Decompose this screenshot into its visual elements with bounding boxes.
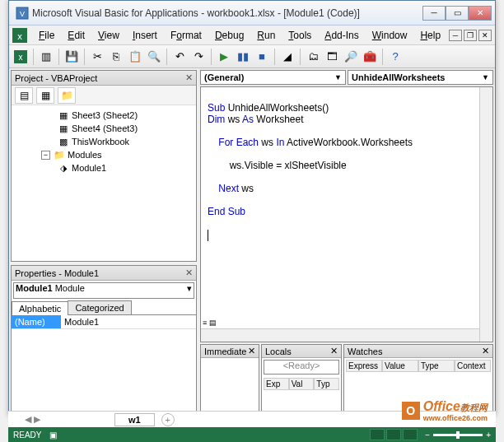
app-icon: V [16,7,29,20]
toolbar: x ▥ 💾 ✂ ⎘ 📋 🔍 ↶ ↷ ▶ ▮▮ ■ ◢ 🗂 🗔 🔎 🧰 ? [9,45,495,68]
properties-title: Properties - Module1 [15,268,99,278]
project-close-icon[interactable]: ✕ [185,72,193,83]
tab-alphabetic[interactable]: Alphabetic [12,301,68,315]
svg-text:V: V [20,10,25,18]
menu-edit[interactable]: Edit [61,28,91,43]
menu-addins[interactable]: Add-Ins [318,28,365,43]
view-normal-icon[interactable] [370,429,385,440]
object-selector[interactable]: Module1 Module▾ [13,282,194,299]
procedure-combo[interactable]: UnhideAllWorksheets▼ [348,70,493,85]
tab-categorized[interactable]: Categorized [68,300,131,314]
office-logo-icon: O [402,402,420,420]
vertical-scrollbar[interactable] [479,87,492,342]
module-icon: ⬗ [58,162,69,174]
undo-icon[interactable]: ↶ [171,49,188,65]
minimize-button[interactable]: ─ [422,6,446,21]
view-layout-icon[interactable] [386,429,401,440]
immediate-close-icon[interactable]: ✕ [248,346,255,356]
toolbox-icon[interactable]: 🧰 [362,49,378,65]
property-name-label: (Name) [12,315,61,328]
menu-run[interactable]: Run [250,28,282,43]
reset-icon[interactable]: ■ [254,49,270,65]
maximize-button[interactable]: ▭ [446,6,469,21]
mdi-restore[interactable]: ❐ [464,30,477,41]
properties-close-icon[interactable]: ✕ [185,268,193,278]
run-icon[interactable]: ▶ [216,49,232,65]
properties-window: Properties - Module1✕ Module1 Module▾ Al… [11,265,197,413]
design-mode-icon[interactable]: ◢ [279,49,296,65]
menu-insert[interactable]: Insert [126,28,164,43]
help-icon[interactable]: ? [387,49,404,65]
menu-debug[interactable]: Debug [208,28,250,43]
watermark: O Office教程网www.office26.com [402,399,488,422]
view-pagebreak-icon[interactable] [403,429,418,440]
tree-node-sheet4[interactable]: ▦Sheet4 (Sheet3) [12,122,196,135]
save-icon[interactable]: 💾 [63,49,80,65]
properties-window-icon[interactable]: 🗔 [324,49,340,65]
project-explorer-icon[interactable]: 🗂 [305,49,321,65]
redo-icon[interactable]: ↷ [190,49,207,65]
object-browser-icon[interactable]: 🔎 [343,49,359,65]
paste-icon[interactable]: 📋 [127,49,143,65]
insert-module-icon[interactable]: ▥ [38,49,54,65]
locals-window[interactable]: Locals✕ <Ready> Exp Val Typ [261,344,342,413]
view-excel-icon[interactable]: x [12,49,29,65]
excel-icon[interactable]: x [12,28,27,43]
cut-icon[interactable]: ✂ [89,49,105,65]
worksheet-icon: ▦ [58,109,69,121]
titlebar[interactable]: V Microsoft Visual Basic for Application… [9,1,495,26]
project-tree[interactable]: ▦Sheet3 (Sheet2) ▦Sheet4 (Sheet3) ▩ThisW… [12,105,196,261]
view-toggle-icons[interactable]: ≡ ▤ [203,319,212,327]
vba-window: V Microsoft Visual Basic for Application… [8,0,496,416]
property-name-value[interactable]: Module1 [61,315,196,328]
tree-node-module1[interactable]: ⬗Module1 [12,161,196,174]
svg-text:x: x [17,30,22,40]
menubar: x File Edit View Insert Format Debug Run… [9,26,495,45]
tree-node-thisworkbook[interactable]: ▩ThisWorkbook [12,135,196,148]
toggle-folders-icon[interactable]: 📁 [58,87,76,104]
project-explorer: Project - VBAProject✕ ▤ ▦ 📁 ▦Sheet3 (She… [11,70,197,262]
window-title: Microsoft Visual Basic for Applications … [32,7,422,19]
collapse-icon[interactable]: − [41,151,50,160]
mdi-minimize[interactable]: ─ [449,30,462,41]
view-object-icon[interactable]: ▦ [36,87,54,104]
workbook-icon: ▩ [58,136,69,147]
mdi-close[interactable]: ✕ [478,30,492,41]
object-combo[interactable]: (General)▼ [200,70,346,85]
menu-window[interactable]: Window [366,28,414,43]
watches-close-icon[interactable]: ✕ [482,346,489,356]
text-cursor [208,230,208,241]
view-code-icon[interactable]: ▤ [15,87,33,104]
sheet-tab-w1[interactable]: w1 [114,413,155,426]
property-row-name[interactable]: (Name) Module1 [12,315,196,329]
break-icon[interactable]: ▮▮ [235,49,251,65]
copy-icon[interactable]: ⎘ [108,49,124,65]
menu-help[interactable]: Help [413,28,447,43]
status-text: READY [13,430,41,440]
tree-node-sheet3[interactable]: ▦Sheet3 (Sheet2) [12,109,196,122]
close-button[interactable]: ✕ [469,6,492,21]
tree-node-modules[interactable]: −📁Modules [12,148,196,161]
svg-text:x: x [19,53,23,62]
menu-tools[interactable]: Tools [282,28,318,43]
menu-format[interactable]: Format [164,28,208,43]
zoom-slider[interactable]: −+ [425,430,491,440]
immediate-window[interactable]: Immediate✕ [200,344,259,413]
worksheet-icon: ▦ [58,123,69,134]
project-explorer-title: Project - VBAProject [15,73,97,83]
locals-ready[interactable]: <Ready> [264,360,339,375]
find-icon[interactable]: 🔍 [146,49,162,65]
folder-icon: 📁 [54,149,65,161]
macro-record-icon[interactable]: ▣ [49,430,57,440]
menu-file[interactable]: File [32,28,61,43]
add-sheet-button[interactable]: + [161,413,175,426]
horizontal-scrollbar[interactable] [201,328,479,342]
excel-statusbar: READY ▣ −+ [8,427,496,442]
code-editor[interactable]: Sub UnhideAllWorksheets()Dim ws As Works… [200,86,493,342]
menu-view[interactable]: View [91,28,126,43]
locals-close-icon[interactable]: ✕ [330,346,338,356]
